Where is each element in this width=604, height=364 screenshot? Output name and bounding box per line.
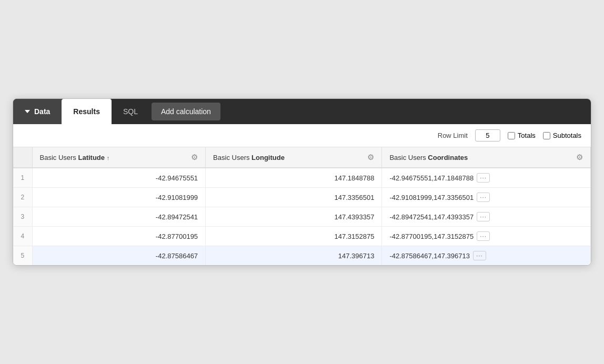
ellipsis-button[interactable]: ··· xyxy=(477,193,490,202)
cell-longitude: 147.4393357 xyxy=(206,207,382,227)
totals-group: Totals xyxy=(508,132,536,139)
cell-latitude: -42.87586467 xyxy=(32,246,206,266)
main-window: Data Results SQL Add calculation Row Lim… xyxy=(13,98,591,266)
totals-checkbox[interactable] xyxy=(508,132,515,139)
toolbar: Row Limit Totals Subtotals xyxy=(13,124,591,147)
ellipsis-button[interactable]: ··· xyxy=(477,231,490,241)
cell-coordinates: -42.94675551,147.1848788··· xyxy=(382,168,591,188)
table-row: 5-42.87586467147.396713-42.87586467,147.… xyxy=(13,246,591,266)
sort-asc-icon: ↑ xyxy=(107,155,110,161)
tab-data-label: Data xyxy=(34,107,50,116)
cell-coordinates: -42.87700195,147.3152875··· xyxy=(382,227,591,246)
ellipsis-button[interactable]: ··· xyxy=(477,212,490,221)
row-limit-label: Row Limit xyxy=(438,132,468,139)
col-settings-longitude[interactable]: ⚙ xyxy=(367,153,374,162)
tab-results-label: Results xyxy=(73,107,100,116)
cell-rownum: 5 xyxy=(13,246,32,266)
cell-rownum: 4 xyxy=(13,227,32,246)
tab-results[interactable]: Results xyxy=(62,99,112,124)
chevron-down-icon xyxy=(25,110,30,113)
subtotals-checkbox[interactable] xyxy=(543,132,550,139)
cell-rownum: 2 xyxy=(13,188,32,207)
tab-sql-label: SQL xyxy=(123,107,138,116)
col-header-latitude: Basic Users Latitude ↑ ⚙ xyxy=(32,147,206,168)
ellipsis-button[interactable]: ··· xyxy=(477,173,490,183)
cell-latitude: -42.91081999 xyxy=(32,188,206,207)
coord-value: -42.87700195,147.3152875 xyxy=(389,232,474,240)
cell-latitude: -42.89472541 xyxy=(32,207,206,227)
data-table: Basic Users Latitude ↑ ⚙ Basic Users Lon… xyxy=(13,147,591,265)
cell-latitude: -42.94675551 xyxy=(32,168,206,188)
col-header-rownum xyxy=(13,147,32,168)
col-settings-latitude[interactable]: ⚙ xyxy=(191,153,198,162)
cell-rownum: 3 xyxy=(13,207,32,227)
col-header-coordinates: Basic Users Coordinates ⚙ xyxy=(382,147,591,168)
tab-bar: Data Results SQL Add calculation xyxy=(13,99,591,124)
tab-data[interactable]: Data xyxy=(13,99,62,124)
row-limit-input[interactable] xyxy=(475,129,500,141)
cell-coordinates: -42.91081999,147.3356501··· xyxy=(382,188,591,207)
tab-add-calculation[interactable]: Add calculation xyxy=(152,103,220,120)
cell-longitude: 147.396713 xyxy=(206,246,382,266)
col-label-coordinates: Basic Users Coordinates xyxy=(389,154,468,161)
col-settings-coordinates[interactable]: ⚙ xyxy=(576,153,583,162)
coord-value: -42.89472541,147.4393357 xyxy=(389,213,474,221)
table-row: 4-42.87700195147.3152875-42.87700195,147… xyxy=(13,227,591,246)
ellipsis-button[interactable]: ··· xyxy=(473,251,486,260)
cell-latitude: -42.87700195 xyxy=(32,227,206,246)
table-row: 3-42.89472541147.4393357-42.89472541,147… xyxy=(13,207,591,227)
table-row: 2-42.91081999147.3356501-42.91081999,147… xyxy=(13,188,591,207)
subtotals-label: Subtotals xyxy=(553,132,581,139)
data-table-container: Basic Users Latitude ↑ ⚙ Basic Users Lon… xyxy=(13,147,591,265)
subtotals-group: Subtotals xyxy=(543,132,581,139)
cell-longitude: 147.1848788 xyxy=(206,168,382,188)
cell-rownum: 1 xyxy=(13,168,32,188)
cell-coordinates: -42.89472541,147.4393357··· xyxy=(382,207,591,227)
col-header-longitude: Basic Users Longitude ⚙ xyxy=(206,147,382,168)
tab-add-calculation-label: Add calculation xyxy=(161,107,211,116)
tab-sql[interactable]: SQL xyxy=(112,99,149,124)
col-label-latitude: Basic Users Latitude ↑ xyxy=(40,154,110,161)
coord-value: -42.87586467,147.396713 xyxy=(389,252,470,260)
col-label-longitude: Basic Users Longitude xyxy=(213,154,285,161)
cell-longitude: 147.3152875 xyxy=(206,227,382,246)
table-row: 1-42.94675551147.1848788-42.94675551,147… xyxy=(13,168,591,188)
cell-longitude: 147.3356501 xyxy=(206,188,382,207)
totals-label: Totals xyxy=(518,132,536,139)
cell-coordinates: -42.87586467,147.396713··· xyxy=(382,246,591,266)
coord-value: -42.94675551,147.1848788 xyxy=(389,174,474,182)
coord-value: -42.91081999,147.3356501 xyxy=(389,194,474,201)
